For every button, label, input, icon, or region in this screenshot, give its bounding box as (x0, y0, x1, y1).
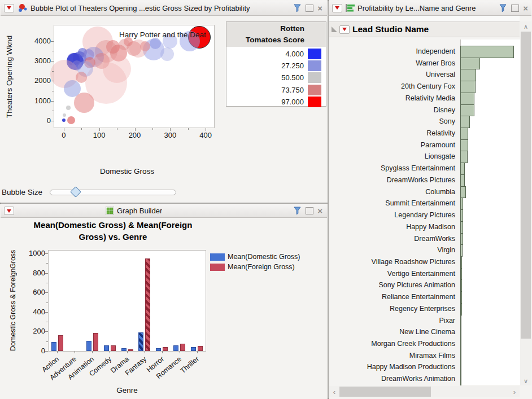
studio-bar[interactable] (460, 373, 461, 385)
bubble-point[interactable] (63, 113, 66, 117)
studio-label: DreamWorks Pictures (329, 176, 457, 184)
maximize-icon[interactable] (306, 207, 313, 214)
bubble-point[interactable] (150, 38, 161, 49)
studio-bar[interactable] (460, 279, 462, 292)
studio-label: Sony Pictures Animation (329, 281, 457, 289)
vertical-scrollbar[interactable]: ∧ ∨ (520, 21, 531, 385)
legend-color-chip[interactable] (308, 60, 321, 71)
studio-bar[interactable] (460, 256, 462, 269)
scroll-up-icon[interactable]: ∧ (520, 23, 531, 30)
studio-bar[interactable] (460, 198, 463, 210)
legend-color-chip[interactable] (308, 49, 321, 59)
legend-color-chip[interactable] (308, 72, 321, 83)
studio-bar[interactable] (460, 350, 461, 362)
studio-bar[interactable] (460, 93, 474, 105)
studio-bar[interactable] (460, 139, 468, 152)
x-tick-label: 100 (88, 131, 111, 139)
studio-bar[interactable] (460, 116, 470, 128)
panel-band (329, 16, 520, 21)
genre-plot-frame[interactable] (48, 250, 206, 352)
studio-bar[interactable] (460, 81, 476, 93)
legend-swatch-domestic[interactable] (210, 253, 225, 261)
vertical-scrollbar-thumb[interactable] (521, 32, 531, 339)
menu-red-triangle-button[interactable] (4, 207, 14, 215)
genre-bar-foreign[interactable] (58, 335, 63, 351)
collapse-triangle-icon[interactable] (332, 27, 337, 32)
bubble-point[interactable] (66, 106, 71, 110)
legend-swatch-foreign[interactable] (210, 264, 225, 271)
scroll-right-icon[interactable]: › (511, 388, 518, 396)
close-icon[interactable]: × (317, 5, 322, 11)
studio-bar[interactable] (460, 315, 461, 327)
menu-red-triangle-button[interactable] (4, 4, 14, 12)
genre-bar-foreign[interactable] (180, 344, 185, 351)
maximize-icon[interactable] (306, 5, 313, 12)
genre-bar-foreign[interactable] (145, 258, 150, 351)
genre-bar-domestic[interactable] (156, 348, 161, 351)
studio-bar[interactable] (460, 151, 468, 163)
studio-bar[interactable] (460, 163, 465, 175)
genre-bar-domestic[interactable] (121, 348, 127, 351)
genre-bar-foreign[interactable] (93, 333, 98, 351)
x-minor-tick (152, 128, 153, 130)
genre-bar-foreign[interactable] (128, 349, 133, 351)
bubble-point[interactable] (76, 72, 87, 83)
x-tick-mark (64, 128, 64, 131)
data-filter-icon[interactable] (499, 4, 507, 12)
genre-bar-domestic[interactable] (173, 345, 178, 351)
bubble-plot-frame[interactable]: Harry Potter and the Deat (54, 25, 215, 128)
studio-bar[interactable] (460, 221, 463, 234)
studio-bar[interactable] (460, 46, 514, 58)
scroll-left-icon[interactable]: ‹ (331, 388, 338, 396)
genre-bar-foreign[interactable] (111, 345, 116, 351)
menu-red-triangle-button[interactable] (332, 4, 342, 12)
legend-color-chip[interactable] (308, 97, 321, 107)
genre-y-axis-label: Domestic Gross & Foreign Gross (3, 248, 23, 353)
rotten-tomatoes-legend: Rotten Tomatoes Score 4.00027.25050.5007… (226, 21, 326, 107)
genre-bar-domestic[interactable] (138, 332, 143, 351)
studio-bar[interactable] (460, 244, 463, 257)
bubble-point[interactable] (72, 60, 82, 71)
genre-bar-foreign[interactable] (198, 346, 203, 351)
genre-bar-domestic[interactable] (86, 341, 91, 351)
studio-bar[interactable] (460, 104, 474, 117)
genre-bar-domestic[interactable] (104, 345, 109, 351)
studio-bar[interactable] (460, 338, 461, 350)
genre-x-tick-mark (75, 351, 75, 353)
studio-bar[interactable] (460, 361, 461, 374)
studio-bar[interactable] (460, 233, 463, 245)
genre-bar-domestic[interactable] (51, 342, 56, 351)
studio-bar[interactable] (460, 174, 465, 187)
horizontal-scrollbar[interactable]: ‹ › (329, 386, 520, 397)
data-filter-icon[interactable] (293, 4, 302, 12)
studio-bar[interactable] (460, 303, 462, 315)
data-filter-icon[interactable] (293, 207, 302, 215)
bubble-point[interactable] (160, 47, 174, 61)
horizontal-scrollbar-thumb[interactable] (339, 387, 431, 397)
bubble-point[interactable] (67, 116, 75, 124)
bubble-y-axis-label: Theaters Opening Wknd (2, 25, 16, 128)
studio-bar[interactable] (460, 268, 462, 280)
genre-bar-foreign[interactable] (163, 347, 168, 351)
studio-bar[interactable] (460, 326, 461, 339)
close-icon[interactable]: × (317, 208, 322, 214)
menu-red-triangle-button[interactable] (339, 25, 350, 34)
maximize-icon[interactable] (511, 5, 519, 12)
studio-bar[interactable] (460, 69, 476, 81)
studio-bar[interactable] (460, 58, 480, 70)
bubble-point[interactable] (119, 39, 130, 50)
scroll-down-icon[interactable]: ∨ (520, 378, 531, 385)
studio-bar[interactable] (460, 209, 463, 222)
bubble-size-slider-track[interactable] (50, 190, 176, 195)
legend-color-chip[interactable] (308, 85, 321, 95)
studio-label: Sony (329, 117, 457, 125)
studio-label: Warner Bros (329, 59, 457, 67)
bubble-point[interactable] (62, 119, 66, 122)
close-icon[interactable]: × (523, 5, 528, 11)
genre-bar-domestic[interactable] (191, 347, 196, 351)
bubble-point[interactable] (74, 93, 94, 113)
studio-label: Virgin (329, 246, 457, 254)
studio-bar[interactable] (460, 186, 466, 199)
studio-bar[interactable] (460, 291, 462, 304)
studio-bar[interactable] (460, 128, 468, 140)
